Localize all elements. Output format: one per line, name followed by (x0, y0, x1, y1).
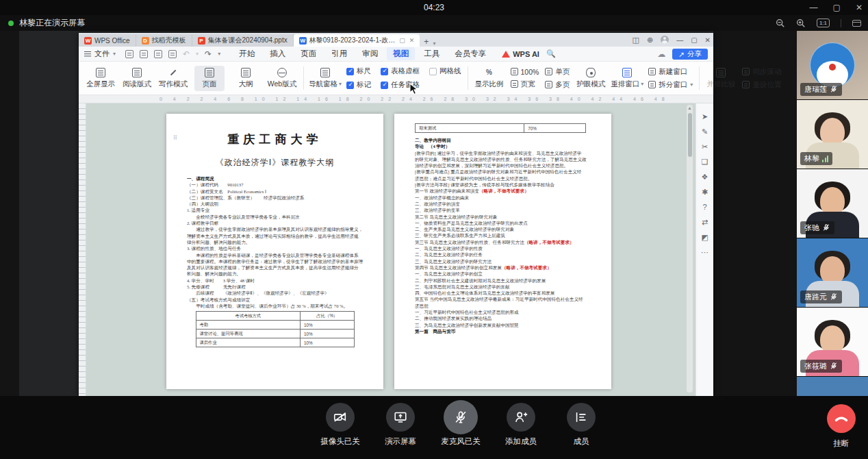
undo-icon[interactable]: ↶ (183, 50, 190, 58)
zoom-in-icon[interactable] (796, 18, 806, 28)
select-tool-icon[interactable]: ➤ (702, 113, 708, 121)
control-演示屏幕[interactable]: 演示屏幕 (378, 403, 423, 447)
sync-icon[interactable]: ⇄ (702, 219, 708, 226)
ribbon-button-页面[interactable]: 页面 (194, 66, 225, 91)
wps-minimize-icon[interactable]: — (676, 36, 683, 44)
ribbon-button-页宽[interactable]: 页宽 (511, 79, 539, 89)
edit-pen-icon[interactable]: ✎ (702, 128, 708, 136)
tab-layout-icon[interactable]: ◫ (633, 36, 639, 45)
participant-tile-张驰[interactable]: 张驰 (797, 169, 868, 238)
document-page-2[interactable]: 期末测试70% 二、教学内容纲目导论 （4 学时）[教学目的] 通过学习，使学生… (394, 114, 611, 389)
tab-close-icon[interactable]: ✕ (409, 37, 415, 44)
document-tab-4[interactable]: W林黎0918-2023-2024-1-政…▢✕ (294, 34, 420, 47)
ribbon-button-全屏显示[interactable]: 全屏显示 (86, 66, 116, 91)
checkbox-标尺[interactable]: 标尺 (346, 66, 371, 76)
document-canvas[interactable]: ⠿ 重庆工商大学 《政治经济学Ⅰ》课程教学大纲 一、课程简况（一）课程代码 90… (79, 103, 713, 396)
menu-页面[interactable]: 页面 (294, 47, 322, 60)
menu-审阅[interactable]: 审阅 (356, 47, 384, 60)
menu-会员专享[interactable]: 会员专享 (448, 47, 492, 60)
menu-开始[interactable]: 开始 (233, 47, 261, 60)
hangup-button[interactable]: 挂断 (827, 404, 856, 449)
zoom-out-icon[interactable] (776, 18, 785, 28)
ribbon-button-阅读版式[interactable]: 阅读版式 (122, 66, 152, 91)
wps-close-icon[interactable]: ✕ (705, 36, 711, 44)
participant-tile-林黎[interactable]: 林黎 (797, 100, 868, 169)
ribbon-button-拆分窗口[interactable]: 拆分窗口▾ (648, 80, 693, 90)
document-tab-3[interactable]: P集体备课会20240904.pptx (192, 34, 294, 47)
layout-toggle-icon[interactable] (852, 20, 861, 27)
ribbon-button-新建窗口[interactable]: 新建窗口 (648, 67, 693, 77)
checkbox-表格虚框[interactable]: 表格虚框 (381, 66, 420, 76)
new-window-icon (648, 68, 656, 75)
copy-icon[interactable]: ❏ (702, 158, 709, 166)
wps-restore-icon[interactable]: ▢ (691, 36, 697, 44)
checkbox-网格线[interactable]: 网格线 (429, 66, 461, 76)
document-tab-2[interactable]: D找稻壳模板 (136, 34, 192, 47)
save-icon[interactable] (125, 50, 133, 58)
highlight-icon[interactable]: ✱ (702, 188, 708, 196)
scrollbar-thumb[interactable] (688, 113, 692, 157)
checkbox-任务窗格[interactable]: 任务窗格 (381, 80, 420, 90)
ribbon-button-并排比较[interactable]: 并排比较 (706, 66, 736, 91)
vertical-scrollbar[interactable]: ▲ (687, 105, 693, 393)
wps-ai-button[interactable]: WPS AI (502, 50, 539, 58)
ribbon-button-写作模式[interactable]: 写作模式 (158, 66, 188, 91)
tab-session-icon[interactable]: ▢ (399, 37, 405, 44)
control-成员[interactable]: 成员 (559, 403, 604, 447)
menu-插入[interactable]: 插入 (264, 47, 292, 60)
print-icon[interactable] (154, 50, 162, 58)
help-icon[interactable]: ? (702, 203, 706, 211)
ribbon-button-100%[interactable]: 100% (511, 68, 539, 76)
horizontal-ruler[interactable]: 0 4 2 2 4 6 8 10 12 14 16 18 20 22 24 26… (79, 95, 713, 103)
redo-dropdown-icon[interactable]: ▾ (218, 51, 220, 57)
more-icon[interactable]: ⋯ (701, 249, 709, 256)
menu-工具[interactable]: 工具 (418, 47, 446, 60)
participant-tile-唐路元[interactable]: 唐路元 (797, 238, 868, 307)
file-menu[interactable]: 文件 ▾ (84, 49, 116, 59)
control-麦克风已关[interactable]: 麦克风已关 (438, 403, 483, 447)
document-page-1[interactable]: ⠿ 重庆工商大学 《政治经济学Ⅰ》课程教学大纲 一、课程简况（一）课程代码 90… (166, 114, 383, 389)
cloud-sync-icon[interactable]: ☁ (657, 49, 665, 59)
menu-视图[interactable]: 视图 (387, 47, 415, 60)
participant-tile-唐瑞莲[interactable]: 唐瑞莲 (797, 31, 868, 99)
share-button[interactable]: ↗ 分享 (672, 49, 708, 60)
ribbon-button-大纲[interactable]: 大纲 (231, 66, 261, 91)
ribbon-button-Web版式[interactable]: Web版式 (267, 66, 297, 91)
maximize-icon[interactable]: ▢ (833, 3, 841, 12)
export-pdf-icon[interactable] (140, 50, 148, 58)
control-摄像头已关[interactable]: 摄像头已关 (318, 403, 363, 447)
print-preview-icon[interactable] (168, 50, 177, 58)
account-avatar[interactable] (661, 36, 669, 44)
cut-icon[interactable]: ✂ (702, 143, 708, 151)
format-brush-icon[interactable]: ❖ (702, 173, 709, 181)
globe-icon[interactable]: ⊕ (647, 36, 653, 45)
minimize-icon[interactable]: — (810, 3, 818, 12)
participant-tile-张筱璐[interactable]: 张筱璐 (797, 308, 868, 376)
ribbon-button-重设位置[interactable]: 重设位置 (742, 80, 781, 90)
document-tab-1[interactable]: WWPS Office (79, 34, 136, 47)
close-icon[interactable]: ✕ (856, 3, 863, 12)
scroll-up-icon[interactable]: ▲ (687, 105, 693, 112)
redo-icon[interactable]: ↷ (205, 50, 212, 58)
ribbon-button-多页[interactable]: 多页 (545, 80, 570, 90)
flag-icon[interactable]: ◩ (701, 234, 708, 241)
ribbon-stack: 新建窗口拆分窗口▾ (648, 67, 693, 90)
undo-dropdown-icon[interactable]: ▾ (196, 51, 199, 57)
ribbon-button-护眼模式[interactable]: 护眼模式 (576, 66, 606, 91)
ribbon-button-单页[interactable]: 单页 (545, 67, 570, 77)
ribbon-button-显示比例[interactable]: %显示比例 (474, 66, 505, 91)
ribbon-button-同步滚动[interactable]: 同步滚动 (742, 67, 781, 77)
fit-actual-size-button[interactable]: 1:1 (817, 18, 830, 27)
ribbon-button-导航窗格[interactable]: 导航窗格▾ (310, 66, 340, 91)
drag-handle-icon[interactable]: ⠿ (173, 137, 178, 140)
participant-tile-partial[interactable] (797, 377, 868, 396)
control-添加成员[interactable]: 添加成员 (498, 403, 544, 447)
ribbon-button-重排窗口[interactable]: 重排窗口▾ (612, 66, 642, 91)
tab-list-icon[interactable]: ▾ (433, 40, 435, 47)
search-icon[interactable]: 🔍 (546, 49, 556, 58)
checkbox-标记[interactable]: 标记 (346, 80, 371, 90)
vertical-ruler[interactable] (79, 103, 86, 396)
menu-引用[interactable]: 引用 (325, 47, 353, 60)
ribbon-button-label: 大纲 (239, 79, 253, 89)
new-tab-icon[interactable]: + (424, 37, 429, 47)
